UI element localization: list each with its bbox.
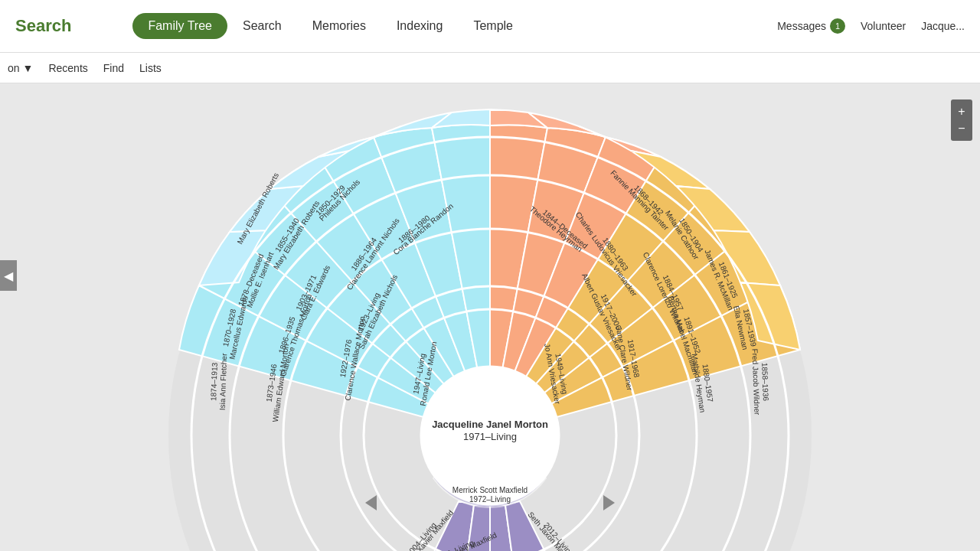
nav-memories[interactable]: Memories [297,13,381,39]
volunteer-button[interactable]: Volunteer [861,20,906,32]
messages-button[interactable]: Messages 1 [777,18,845,34]
fan-chart-container: .person-text { font-size: 10px; fill: #3… [0,83,980,551]
subnav-lists[interactable]: Lists [139,62,162,74]
messages-label: Messages [777,20,826,32]
subnav-dropdown[interactable]: on ▼ [8,62,33,74]
logo[interactable]: Search [0,16,87,36]
center-person-name[interactable]: Jacqueline Janel Morton [432,419,548,430]
user-menu[interactable]: Jacque... [921,20,965,32]
zoom-out-button[interactable]: − [953,120,970,137]
chevron-down-icon: ▼ [23,62,34,74]
fan-chart-svg: .person-text { font-size: 10px; fill: #3… [0,83,980,551]
zoom-controls: + − [951,99,972,141]
left-expand-button[interactable]: ◀ [0,260,17,291]
messages-badge: 1 [830,18,845,34]
main-nav: Family Tree Search Memories Indexing Tem… [132,13,528,39]
center-person-dates: 1971–Living [463,431,517,442]
nav-search[interactable]: Search [227,13,297,39]
zoom-in-button[interactable]: + [953,103,970,120]
subnav-recents[interactable]: Recents [48,62,87,74]
subnav: on ▼ Recents Find Lists [0,53,980,83]
nav-temple[interactable]: Temple [458,13,528,39]
subnav-find[interactable]: Find [103,62,124,74]
chevron-left-icon: ◀ [4,269,13,283]
subnav-dropdown-label: on [8,62,20,74]
header-right: Messages 1 Volunteer Jacque... [777,18,980,34]
nav-indexing[interactable]: Indexing [381,13,459,39]
nav-family-tree[interactable]: Family Tree [132,13,227,39]
header: Search Family Tree Search Memories Index… [0,0,980,53]
